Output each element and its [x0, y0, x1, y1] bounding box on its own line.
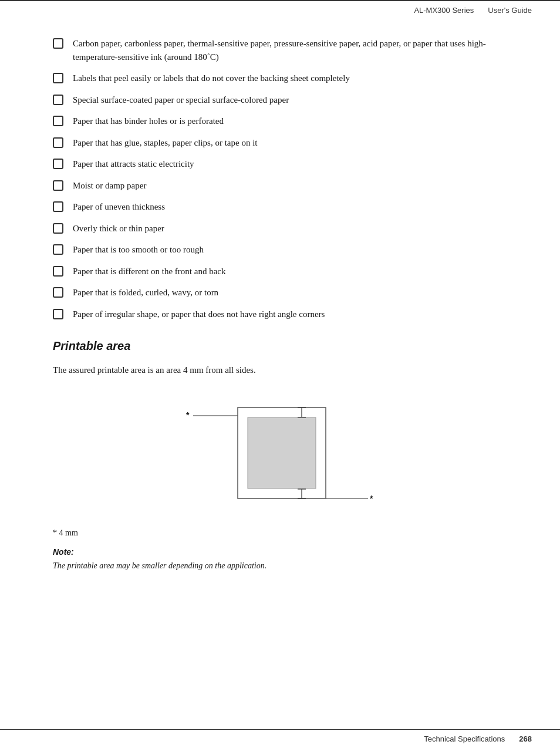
footnote: * 4 mm	[53, 528, 507, 538]
list-item: Paper that has glue, staples, paper clip…	[53, 136, 507, 150]
bullet-text: Paper that has binder holes or is perfor…	[73, 114, 507, 128]
bullet-text: Paper of irregular shape, or paper that …	[73, 308, 507, 321]
section-title: Printable area	[53, 339, 507, 353]
checkbox-icon	[53, 159, 63, 169]
bullet-text: Carbon paper, carbonless paper, thermal-…	[73, 37, 507, 63]
checkbox-icon	[53, 38, 63, 49]
bullet-text: Paper that is too smooth or too rough	[73, 243, 507, 257]
svg-text:*: *	[370, 494, 373, 503]
bullet-text: Paper that is different on the front and…	[73, 265, 507, 278]
list-item: Paper that has binder holes or is perfor…	[53, 114, 507, 128]
bullet-text: Paper of uneven thickness	[73, 200, 507, 214]
header-product: AL-MX300 Series	[414, 6, 474, 15]
footer-page: 268	[519, 734, 532, 743]
list-item: Overly thick or thin paper	[53, 222, 507, 235]
bullet-list: Carbon paper, carbonless paper, thermal-…	[53, 37, 507, 321]
checkbox-icon	[53, 244, 63, 255]
page: AL-MX300 Series User's Guide Carbon pape…	[0, 0, 560, 748]
svg-text:*: *	[186, 410, 190, 420]
list-item: Paper of uneven thickness	[53, 200, 507, 214]
bullet-text: Labels that peel easily or labels that d…	[73, 72, 507, 85]
note-text: The printable area may be smaller depend…	[53, 560, 507, 572]
list-item: Moist or damp paper	[53, 179, 507, 193]
checkbox-icon	[53, 95, 63, 105]
footer-section: Technical Specifications	[424, 734, 505, 743]
checkbox-icon	[53, 137, 63, 148]
checkbox-icon	[53, 287, 63, 298]
list-item: Paper of irregular shape, or paper that …	[53, 308, 507, 321]
checkbox-icon	[53, 116, 63, 126]
checkbox-icon	[53, 180, 63, 191]
list-item: Paper that is too smooth or too rough	[53, 243, 507, 257]
bullet-text: Paper that has glue, staples, paper clip…	[73, 136, 507, 150]
svg-rect-3	[248, 417, 316, 488]
printable-area-diagram: * *	[53, 395, 507, 512]
list-item: Paper that is folded, curled, wavy, or t…	[53, 286, 507, 299]
checkbox-icon	[53, 201, 63, 212]
checkbox-icon	[53, 223, 63, 234]
checkbox-icon	[53, 73, 63, 83]
main-content: Carbon paper, carbonless paper, thermal-…	[0, 19, 560, 595]
header-doctype: User's Guide	[488, 6, 532, 15]
bullet-text: Paper that is folded, curled, wavy, or t…	[73, 286, 507, 299]
list-item: Paper that is different on the front and…	[53, 265, 507, 278]
note-label: Note:	[53, 547, 507, 557]
note-label-text: Note:	[53, 547, 74, 557]
list-item: Special surface-coated paper or special …	[53, 93, 507, 107]
list-item: Labels that peel easily or labels that d…	[53, 72, 507, 85]
header-bar: AL-MX300 Series User's Guide	[0, 0, 560, 19]
bullet-text: Overly thick or thin paper	[73, 222, 507, 235]
section-description: The assured printable area is an area 4 …	[53, 363, 507, 377]
bullet-text: Paper that attracts static electricity	[73, 157, 507, 171]
diagram-svg: * *	[180, 395, 380, 512]
checkbox-icon	[53, 266, 63, 277]
footer-bar: Technical Specifications 268	[0, 729, 560, 748]
list-item: Paper that attracts static electricity	[53, 157, 507, 171]
checkbox-icon	[53, 309, 63, 319]
list-item: Carbon paper, carbonless paper, thermal-…	[53, 37, 507, 63]
bullet-text: Moist or damp paper	[73, 179, 507, 193]
bullet-text: Special surface-coated paper or special …	[73, 93, 507, 107]
